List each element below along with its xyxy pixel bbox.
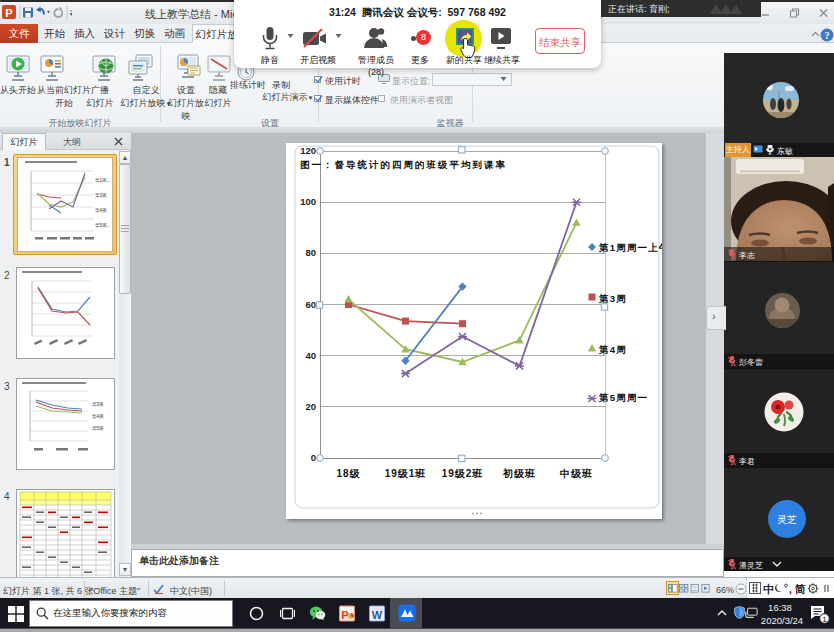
svg-text:第5周周一: 第5周周一 [598, 392, 648, 403]
svg-text:P: P [341, 609, 348, 621]
svg-text:第4周: 第4周 [95, 208, 107, 213]
svg-text:1: 1 [822, 615, 827, 624]
svg-text:中级班: 中级班 [560, 468, 593, 479]
svg-text:第3周: 第3周 [598, 293, 627, 304]
svg-text:第3周: 第3周 [92, 402, 104, 407]
svg-text:100: 100 [300, 196, 316, 207]
svg-text:120: 120 [300, 145, 316, 156]
svg-text:中: 中 [763, 583, 774, 595]
svg-text:W: W [372, 609, 383, 621]
svg-text:?: ? [825, 30, 830, 41]
svg-text:第5周: 第5周 [92, 426, 104, 431]
svg-text:19级1班: 19级1班 [385, 468, 427, 479]
svg-text:,: , [789, 584, 792, 595]
svg-text:20: 20 [305, 401, 316, 412]
svg-text:P: P [5, 7, 12, 19]
svg-text:第4周: 第4周 [598, 344, 627, 355]
svg-text:80: 80 [305, 247, 316, 258]
svg-text:第4周: 第4周 [92, 414, 104, 419]
svg-text:第3周: 第3周 [95, 193, 107, 198]
svg-text:19级2班: 19级2班 [442, 468, 484, 479]
svg-text:0: 0 [311, 452, 316, 463]
svg-text:第1周...: 第1周... [95, 178, 110, 183]
svg-text:40: 40 [305, 350, 316, 361]
svg-text:18级: 18级 [336, 468, 360, 479]
svg-text:初级班: 初级班 [502, 468, 536, 479]
svg-text:60: 60 [305, 299, 316, 310]
svg-text:第1周周一上午: 第1周周一上午 [598, 242, 662, 253]
svg-text:图一：督导统计的四周的班级平均到课率: 图一：督导统计的四周的班级平均到课率 [300, 159, 507, 170]
svg-text:第5周...: 第5周... [95, 223, 110, 228]
svg-text:简: 简 [794, 583, 806, 595]
